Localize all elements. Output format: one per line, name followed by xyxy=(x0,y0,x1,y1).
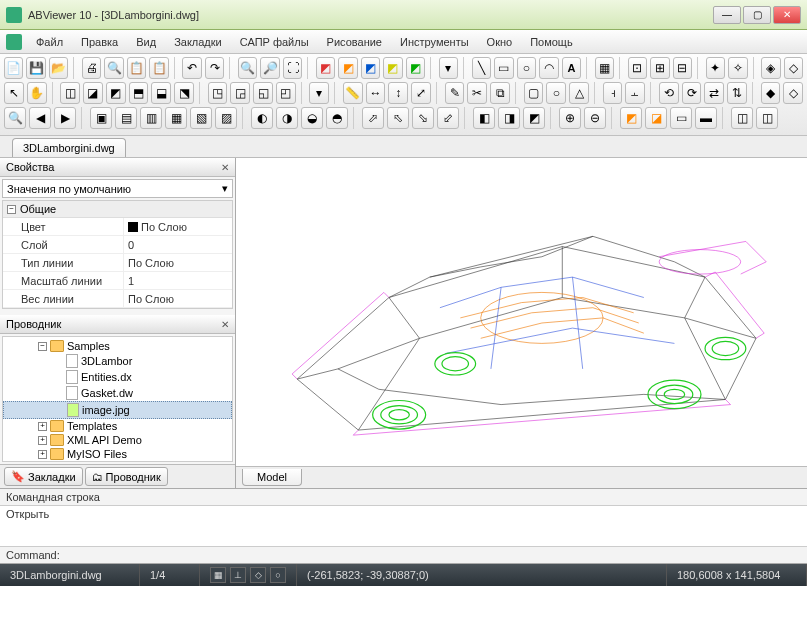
menu-cad-files[interactable]: САПР файлы xyxy=(232,33,317,51)
minimize-button[interactable]: — xyxy=(713,6,741,24)
undo-icon[interactable]: ↶ xyxy=(182,57,201,79)
expand-icon[interactable]: + xyxy=(38,450,47,459)
prop-row-layer[interactable]: Слой 0 xyxy=(3,236,232,254)
explorer-close-icon[interactable]: ✕ xyxy=(221,319,229,330)
t3-n-icon[interactable]: ⬃ xyxy=(437,107,459,129)
expand-icon[interactable]: − xyxy=(38,342,47,351)
view1-icon[interactable]: ◫ xyxy=(60,82,80,104)
snap-ortho-icon[interactable]: ⊥ xyxy=(230,567,246,583)
shape2-icon[interactable]: ○ xyxy=(546,82,566,104)
layer-orange-icon[interactable]: ◩ xyxy=(338,57,357,79)
mod4-icon[interactable]: ⇅ xyxy=(727,82,747,104)
t3-f-icon[interactable]: ▨ xyxy=(215,107,237,129)
text-icon[interactable]: A xyxy=(562,57,581,79)
t3-g-icon[interactable]: ◐ xyxy=(251,107,273,129)
t3-q-icon[interactable]: ◩ xyxy=(523,107,545,129)
snap1-icon[interactable]: ⊡ xyxy=(628,57,647,79)
tree-folder-samples[interactable]: − Samples xyxy=(3,339,232,353)
layer-red-icon[interactable]: ◩ xyxy=(316,57,335,79)
tab-explorer[interactable]: 🗂Проводник xyxy=(85,467,168,486)
document-tab[interactable]: 3DLamborgini.dwg xyxy=(12,138,126,157)
expand-icon[interactable]: + xyxy=(38,436,47,445)
defaults-dropdown[interactable]: Значения по умолчанию ▾ xyxy=(2,179,233,198)
tool-d-icon[interactable]: ◇ xyxy=(784,57,803,79)
nav-next-icon[interactable]: ▶ xyxy=(54,107,76,129)
properties-section-general[interactable]: − Общие xyxy=(3,201,232,218)
snap-mid-icon[interactable]: ○ xyxy=(270,567,286,583)
grid-icon[interactable]: ▦ xyxy=(595,57,614,79)
t3-y-icon[interactable]: ◫ xyxy=(756,107,778,129)
tree-file-4[interactable]: image.jpg xyxy=(3,401,232,419)
collapse-icon[interactable]: − xyxy=(7,205,16,214)
shape1-icon[interactable]: ▢ xyxy=(524,82,544,104)
circle-icon[interactable]: ○ xyxy=(517,57,536,79)
view4-icon[interactable]: ⬒ xyxy=(129,82,149,104)
menu-draw[interactable]: Рисование xyxy=(319,33,390,51)
view5-icon[interactable]: ⬓ xyxy=(151,82,171,104)
dim3-icon[interactable]: ⤢ xyxy=(411,82,431,104)
iso4-icon[interactable]: ◰ xyxy=(276,82,296,104)
prop-row-linetype[interactable]: Тип линии По Слою xyxy=(3,254,232,272)
tree-file-3[interactable]: Gasket.dw xyxy=(3,385,232,401)
copy-icon[interactable]: 📋 xyxy=(127,57,146,79)
tool-a-icon[interactable]: ✦ xyxy=(706,57,725,79)
align2-icon[interactable]: ⫠ xyxy=(625,82,645,104)
tree-folder-myiso[interactable]: +MyISO Files xyxy=(3,447,232,461)
redo-icon[interactable]: ↷ xyxy=(205,57,224,79)
new-file-icon[interactable]: 📄 xyxy=(4,57,23,79)
menu-help[interactable]: Помощь xyxy=(522,33,581,51)
edit3-icon[interactable]: ⧉ xyxy=(490,82,510,104)
snap-end-icon[interactable]: ◇ xyxy=(250,567,266,583)
t3-u-icon[interactable]: ◪ xyxy=(645,107,667,129)
command-history[interactable]: Открыть xyxy=(0,506,807,546)
t3-m-icon[interactable]: ⬂ xyxy=(412,107,434,129)
layer-blue-icon[interactable]: ◩ xyxy=(361,57,380,79)
t3-p-icon[interactable]: ◨ xyxy=(498,107,520,129)
t3-x-icon[interactable]: ◫ xyxy=(731,107,753,129)
prop-row-lineweight[interactable]: Вес линии По Слою xyxy=(3,290,232,308)
tab-bookmarks[interactable]: 🔖Закладки xyxy=(4,467,83,486)
dim2-icon[interactable]: ↕ xyxy=(388,82,408,104)
expand-icon[interactable]: + xyxy=(38,422,47,431)
properties-close-icon[interactable]: ✕ xyxy=(221,162,229,173)
dim1-icon[interactable]: ↔ xyxy=(366,82,386,104)
layer-green-icon[interactable]: ◩ xyxy=(406,57,425,79)
nav-prev-icon[interactable]: ◀ xyxy=(29,107,51,129)
tree-folder-xmlapi[interactable]: +XML API Demo xyxy=(3,433,232,447)
t3-w-icon[interactable]: ▬ xyxy=(695,107,717,129)
menu-bookmarks[interactable]: Закладки xyxy=(166,33,230,51)
open-icon[interactable]: 📂 xyxy=(49,57,68,79)
edit2-icon[interactable]: ✂ xyxy=(467,82,487,104)
t3-h-icon[interactable]: ◑ xyxy=(276,107,298,129)
print-preview-icon[interactable]: 🔍 xyxy=(104,57,123,79)
tree-file-2[interactable]: Entities.dx xyxy=(3,369,232,385)
t3-r-icon[interactable]: ⊕ xyxy=(559,107,581,129)
line-icon[interactable]: ╲ xyxy=(472,57,491,79)
mod3-icon[interactable]: ⇄ xyxy=(704,82,724,104)
t3-j-icon[interactable]: ◓ xyxy=(326,107,348,129)
save-icon[interactable]: 💾 xyxy=(26,57,45,79)
t3-b-icon[interactable]: ▤ xyxy=(115,107,137,129)
print-icon[interactable]: 🖨 xyxy=(82,57,101,79)
tool-c-icon[interactable]: ◈ xyxy=(761,57,780,79)
command-prompt[interactable]: Command: xyxy=(0,546,807,564)
tree-folder-templates[interactable]: +Templates xyxy=(3,419,232,433)
extra2-icon[interactable]: ◇ xyxy=(783,82,803,104)
maximize-button[interactable]: ▢ xyxy=(743,6,771,24)
nav-zoom-icon[interactable]: 🔍 xyxy=(4,107,26,129)
zoom-in-icon[interactable]: 🔍 xyxy=(238,57,257,79)
menu-window[interactable]: Окно xyxy=(479,33,521,51)
rect-icon[interactable]: ▭ xyxy=(494,57,513,79)
arc-icon[interactable]: ◠ xyxy=(539,57,558,79)
snap3-icon[interactable]: ⊟ xyxy=(673,57,692,79)
iso3-icon[interactable]: ◱ xyxy=(253,82,273,104)
t3-i-icon[interactable]: ◒ xyxy=(301,107,323,129)
close-button[interactable]: ✕ xyxy=(773,6,801,24)
iso1-icon[interactable]: ◳ xyxy=(208,82,228,104)
t3-e-icon[interactable]: ▧ xyxy=(190,107,212,129)
snap-grid-icon[interactable]: ▦ xyxy=(210,567,226,583)
t3-d-icon[interactable]: ▦ xyxy=(165,107,187,129)
menu-edit[interactable]: Правка xyxy=(73,33,126,51)
t3-v-icon[interactable]: ▭ xyxy=(670,107,692,129)
iso2-icon[interactable]: ◲ xyxy=(230,82,250,104)
